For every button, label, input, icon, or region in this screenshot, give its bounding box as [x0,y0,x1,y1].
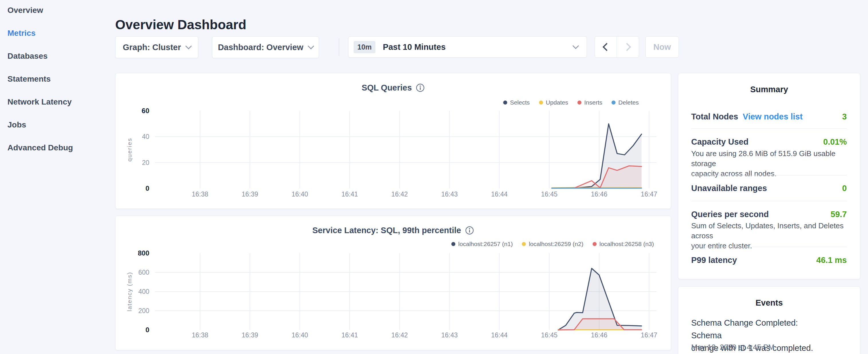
y-axis-tick-label: 40 [142,133,149,140]
event-timestamp: May 13, 2020 at 4:45 PM [691,343,775,352]
dashboard-dropdown-label: Dashboard: Overview [218,43,303,52]
summary-row-label: Unavailable ranges [691,183,767,193]
x-axis-tick-label: 16:46 [591,331,608,339]
x-axis-tick-label: 16:44 [491,331,508,339]
graph-scope-dropdown[interactable]: Graph: Cluster [115,36,198,58]
chevron-right-icon [623,43,631,51]
events-panel-title: Events [678,298,860,308]
summary-panel: Summary Total NodesView nodes list3Capac… [678,73,860,279]
page-title: Overview Dashboard [115,18,246,32]
x-axis-tick-label: 16:47 [641,190,657,198]
x-axis-tick-label: 16:46 [591,190,608,198]
sql-queries-chart-card: SQL Queries SelectsUpdatesInsertsDeletes… [115,73,671,209]
summary-divider [691,247,847,247]
sidebar-item-network-latency[interactable]: Network Latency [7,96,102,119]
summary-row-label: Queries per second [691,209,769,219]
y-axis-tick-label: 60 [142,107,149,115]
y-axis-tick-label: 0 [146,185,149,192]
time-range-badge: 10m [353,41,375,53]
x-axis-tick-label: 16:40 [291,331,308,339]
y-axis-tick-label: 400 [138,288,149,295]
x-axis-tick-label: 16:39 [242,331,258,339]
x-axis-tick-label: 16:39 [242,190,258,198]
y-axis-title: latency (ms) [126,272,133,311]
y-axis-tick-label: 20 [142,159,149,166]
service-latency-chart-card: Service Latency: SQL, 99th percentile lo… [115,216,671,350]
x-axis-tick-label: 16:44 [491,190,508,198]
sidebar-item-databases[interactable]: Databases [7,51,102,73]
y-axis-tick-label: 200 [138,307,149,315]
chevron-down-icon [308,43,314,50]
graph-scope-dropdown-label: Graph: Cluster [123,43,181,52]
summary-row-value: 3 [842,111,847,122]
summary-row-label: P99 latency [691,255,737,265]
sidebar-nav: OverviewMetricsDatabasesStatementsNetwor… [7,5,102,165]
x-axis-tick-label: 16:41 [342,331,358,339]
x-axis-tick-label: 16:42 [392,190,408,198]
summary-row-value: 0.01% [823,137,847,147]
summary-row: P99 latency46.1 ms [691,255,847,265]
chevron-down-icon [185,43,192,50]
x-axis-tick-label: 16:41 [342,190,358,198]
sidebar-item-jobs[interactable]: Jobs [7,119,102,142]
x-axis-tick-label: 16:45 [541,190,558,198]
sql-chart-plot[interactable]: 16:3816:3916:4016:4116:4216:4316:4416:45… [116,73,671,208]
x-axis-tick-label: 16:38 [192,331,208,339]
x-axis-tick-label: 16:40 [291,190,308,198]
summary-panel-title: Summary [678,85,860,94]
summary-row-value: 0 [842,183,847,193]
y-axis-tick-label: 600 [138,269,149,276]
sidebar-item-advanced-debug[interactable]: Advanced Debug [7,142,102,165]
latency-chart-plot[interactable]: 16:3816:3916:4016:4116:4216:4316:4416:45… [116,216,671,350]
dashboard-dropdown[interactable]: Dashboard: Overview [212,36,319,58]
sidebar-item-overview[interactable]: Overview [7,5,102,28]
x-axis-tick-label: 16:38 [192,190,208,198]
sidebar-item-statements[interactable]: Statements [7,73,102,96]
y-axis-tick-label: 800 [138,249,149,257]
time-back-button[interactable] [595,36,617,58]
y-axis-tick-label: 0 [146,326,149,334]
summary-row-value: 59.7 [831,209,847,219]
x-axis-tick-label: 16:42 [392,331,408,339]
summary-row: Queries per second59.7 [691,209,847,219]
view-nodes-list-link[interactable]: View nodes list [743,111,803,122]
summary-row: Unavailable ranges0 [691,183,847,193]
now-button[interactable]: Now [645,36,679,58]
summary-row-label: Capacity Used [691,137,748,147]
sidebar-item-metrics[interactable]: Metrics [7,28,102,51]
summary-row-label: Total Nodes [691,111,738,122]
time-range-selector[interactable]: 10m Past 10 Minutes [348,36,587,58]
chevron-left-icon [602,43,611,51]
summary-divider [691,128,847,129]
time-forward-button[interactable] [617,36,639,58]
y-axis-title: queries [126,138,133,162]
summary-divider [691,175,847,175]
x-axis-tick-label: 16:43 [441,331,458,339]
summary-row-value: 46.1 ms [816,255,847,265]
summary-row-description: You are using 28.6 MiB of 515.9 GiB usab… [691,149,847,179]
x-axis-tick-label: 16:43 [441,190,458,198]
chevron-down-icon [572,43,579,49]
time-range-label: Past 10 Minutes [383,42,445,52]
summary-row-description: Sum of Selects, Updates, Inserts, and De… [691,221,847,251]
summary-row: Capacity Used0.01% [691,137,847,147]
summary-row: Total NodesView nodes list3 [691,111,847,122]
x-axis-tick-label: 16:47 [641,331,657,339]
toolbar-divider [339,38,339,56]
summary-divider [691,201,847,201]
events-panel: Events Schema Change Completed: Schema c… [678,286,860,354]
x-axis-tick-label: 16:45 [541,331,558,339]
